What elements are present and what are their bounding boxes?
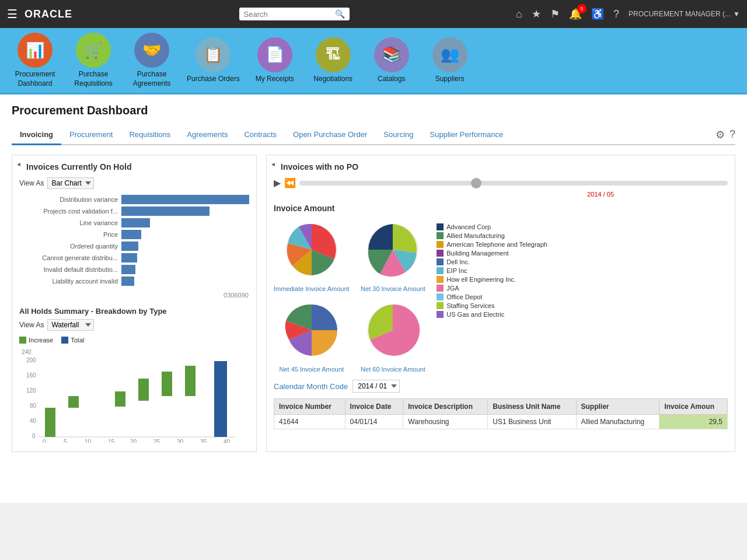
pie-net30-svg <box>361 218 425 282</box>
view-as-select-bar[interactable]: Bar Chart Pie Chart Table <box>47 177 94 189</box>
tab-procurement[interactable]: Procurement <box>61 125 121 145</box>
pie-net30-label[interactable]: Net 30 Invoice Amount <box>361 285 425 292</box>
bar-fill <box>121 218 150 228</box>
app-nav-item-procurement-dashboard[interactable]: 📊 ProcurementDashboard <box>12 33 58 88</box>
legend-dot-building-management <box>437 250 444 257</box>
legend-increase-box <box>19 337 26 344</box>
app-nav-icon-negotiations: 🏗 <box>316 37 351 72</box>
help-icon[interactable]: ? <box>613 8 619 20</box>
bar-row: Line variance <box>19 218 249 228</box>
table-column-header: Business Unit Name <box>488 399 576 415</box>
view-as-select-waterfall[interactable]: Waterfall Bar Chart Table <box>47 319 94 331</box>
svg-text:160: 160 <box>26 372 36 379</box>
bar-fill <box>121 253 137 262</box>
calendar-select[interactable]: 2014 / 01 2014 / 02 2014 / 03 2014 / 04 … <box>352 380 400 393</box>
legend-label-advanced-corp: Advanced Corp <box>446 223 491 230</box>
svg-text:240: 240 <box>22 349 32 355</box>
tab-open-purchase-order[interactable]: Open Purchase Order <box>285 125 375 145</box>
legend-item-us-gas: US Gas and Electric <box>437 311 553 318</box>
svg-text:120: 120 <box>26 387 36 394</box>
bar-axis: 0306090 <box>19 292 249 299</box>
invoice-table-body: 41644 04/01/14 Warehousing US1 Business … <box>274 415 728 429</box>
bar-container <box>121 218 249 228</box>
timeline-thumb[interactable] <box>471 178 481 188</box>
pie-net60-label[interactable]: Net 60 Invoice Amount <box>361 366 425 373</box>
app-nav-item-purchase-orders[interactable]: 📋 Purchase Orders <box>187 37 240 84</box>
legend-label-dell-inc: Dell Inc. <box>446 258 470 265</box>
app-nav-item-catalogs[interactable]: 📚 Catalogs <box>368 37 415 84</box>
view-as-row-bar: View As Bar Chart Pie Chart Table <box>19 177 249 189</box>
svg-text:200: 200 <box>26 357 36 363</box>
tab-sourcing[interactable]: Sourcing <box>375 125 421 145</box>
axis-label: 30 <box>227 292 234 299</box>
app-nav-icon-purchase-orders: 📋 <box>196 37 231 72</box>
rewind-button[interactable]: ⏪ <box>284 177 296 188</box>
pie-immediate-label[interactable]: Immediate Invoice Amount <box>274 285 350 292</box>
bar-fill <box>121 276 134 286</box>
legend-total-label: Total <box>71 337 84 344</box>
svg-text:0: 0 <box>43 439 46 443</box>
table-column-header: Invoice Number <box>274 399 345 415</box>
search-box: 🔍 <box>239 8 350 20</box>
svg-text:20: 20 <box>130 439 137 443</box>
app-nav: 📊 ProcurementDashboard 🛒 PurchaseRequisi… <box>0 28 747 94</box>
app-nav-icon-my-receipts: 📄 <box>257 37 292 72</box>
play-button[interactable]: ▶ <box>274 177 281 188</box>
bar-row: Liability account invalid <box>19 276 249 286</box>
svg-text:15: 15 <box>108 439 115 443</box>
app-nav-item-my-receipts[interactable]: 📄 My Receipts <box>252 37 298 84</box>
tab-requisitions[interactable]: Requisitions <box>121 125 179 145</box>
view-as-label: View As <box>19 179 44 187</box>
search-icon[interactable]: 🔍 <box>335 9 345 19</box>
pie-net45-label[interactable]: Net 45 Invoice Amount <box>279 366 344 373</box>
app-nav-item-suppliers[interactable]: 👥 Suppliers <box>427 37 473 84</box>
tab-supplier-performance[interactable]: Supplier Performance <box>422 125 512 145</box>
waterfall-legend: Increase Total <box>19 337 249 344</box>
legend-increase: Increase <box>19 337 53 344</box>
timeline-track[interactable] <box>299 181 728 186</box>
legend-item-eip-inc: EIP Inc <box>437 267 553 274</box>
legend-dot-advanced-corp <box>437 223 444 230</box>
legend-item-staffing-services: Staffing Services <box>437 302 553 309</box>
tab-invoicing[interactable]: Invoicing <box>12 125 61 145</box>
bar-row: Price <box>19 230 249 239</box>
legend-item-american-telephone: American Telephone and Telegraph <box>437 241 553 248</box>
settings-icon[interactable]: ⚙ <box>715 128 725 141</box>
tabs-bar: InvoicingProcurementRequisitionsAgreemen… <box>12 125 735 145</box>
pie-immediate-svg <box>280 218 344 282</box>
flag-icon[interactable]: ⚑ <box>550 8 560 20</box>
app-nav-label-purchase-orders: Purchase Orders <box>187 75 240 84</box>
favorites-icon[interactable]: ★ <box>532 8 541 20</box>
tab-contracts[interactable]: Contracts <box>236 125 285 145</box>
app-nav-icon-purchase-agreements: 🤝 <box>134 33 169 68</box>
cell-amount: 29,5 <box>659 415 728 429</box>
calendar-row: Calendar Month Code 2014 / 01 2014 / 02 … <box>274 380 728 393</box>
accessibility-icon[interactable]: ♿ <box>591 8 604 20</box>
legend-dot-staffing-services <box>437 302 444 309</box>
app-nav-label-negotiations: Negotiations <box>313 75 352 84</box>
legend-label-american-telephone: American Telephone and Telegraph <box>446 241 547 248</box>
bar-label: Price <box>19 231 121 238</box>
app-nav-icon-suppliers: 👥 <box>432 37 467 72</box>
bar-container <box>121 195 249 204</box>
search-input[interactable] <box>244 10 331 19</box>
app-nav-item-negotiations[interactable]: 🏗 Negotiations <box>310 37 357 84</box>
app-nav-label-procurement-dashboard: ProcurementDashboard <box>15 70 55 88</box>
hamburger-icon[interactable]: ☰ <box>7 7 18 21</box>
timeline-date: 2014 / 05 <box>473 191 728 198</box>
play-controls: ▶ ⏪ <box>274 177 728 188</box>
user-menu[interactable]: PROCUREMENT MANAGER (... ▼ <box>629 10 740 18</box>
app-nav-item-purchase-agreements[interactable]: 🤝 PurchaseAgreements <box>128 33 175 88</box>
tab-help-icon[interactable]: ? <box>729 128 735 141</box>
left-panel: ◄ Invoices Currently On Hold View As Bar… <box>12 155 257 452</box>
left-panel-arrow: ◄ <box>16 161 22 167</box>
home-icon[interactable]: ⌂ <box>516 8 522 20</box>
legend-label-eip-inc: EIP Inc <box>446 267 467 274</box>
tab-agreements[interactable]: Agreements <box>179 125 236 145</box>
pie-charts-grid: Immediate Invoice Amount Net 30 Invoic <box>274 218 431 373</box>
notification-icon[interactable]: 🔔 5 <box>569 8 582 20</box>
left-panel-title: Invoices Currently On Hold <box>26 162 249 172</box>
legend-label-allied-manufacturing: Allied Manufacturing <box>446 232 505 239</box>
bar-label: Cannot generate distribu... <box>19 254 121 261</box>
app-nav-item-purchase-requisitions[interactable]: 🛒 PurchaseRequisitions <box>70 33 117 88</box>
